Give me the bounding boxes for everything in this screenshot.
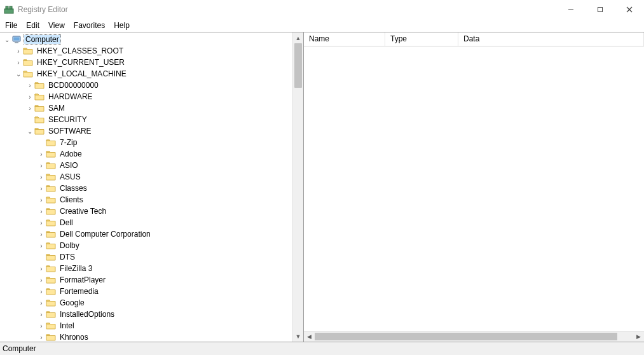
scroll-up-arrow[interactable]: ▲: [293, 32, 303, 43]
folder-icon: [46, 298, 56, 308]
tree-label: SAM: [47, 104, 66, 113]
tree-label: Fortemedia: [58, 287, 100, 296]
tree-node-bcd[interactable]: › BCD00000000: [3, 80, 303, 91]
registry-tree[interactable]: ⌄ Computer› HKEY_CLASSES_ROOT› HKEY_CURR…: [0, 32, 303, 342]
menubar: File Edit View Favorites Help: [0, 19, 644, 32]
tree-node-intel[interactable]: › Intel: [3, 320, 303, 331]
statusbar: Computer: [0, 342, 644, 355]
folder-icon: [46, 172, 56, 182]
menu-help[interactable]: Help: [114, 21, 130, 30]
tree-node-filezilla-3[interactable]: › FileZilla 3: [3, 263, 303, 274]
chevron-right-icon[interactable]: ›: [37, 277, 46, 284]
svg-rect-2: [10, 6, 12, 9]
tree-label: Dell Computer Corporation: [58, 230, 152, 239]
folder-icon: [46, 321, 56, 331]
chevron-right-icon[interactable]: ›: [25, 94, 34, 101]
menu-view[interactable]: View: [48, 21, 65, 30]
hscroll-thumb[interactable]: [315, 333, 617, 340]
tree-node-dolby[interactable]: › Dolby: [3, 240, 303, 251]
chevron-right-icon[interactable]: ›: [37, 334, 46, 341]
scroll-right-arrow[interactable]: ▶: [633, 333, 644, 340]
tree-node-asus[interactable]: › ASUS: [3, 171, 303, 183]
maximize-button[interactable]: [586, 0, 615, 19]
folder-icon: [46, 263, 56, 274]
tree-label: Dell: [58, 218, 74, 227]
svg-rect-9: [15, 42, 18, 43]
chevron-right-icon[interactable]: ›: [37, 208, 46, 215]
list-body[interactable]: [304, 46, 644, 331]
folder-icon: [46, 286, 56, 296]
tree-label: 7-Zip: [58, 138, 78, 147]
chevron-right-icon[interactable]: ›: [37, 311, 46, 318]
chevron-down-icon[interactable]: ⌄: [14, 71, 23, 78]
folder-icon: [23, 46, 33, 56]
tree-node-computer[interactable]: ⌄ Computer: [3, 34, 303, 45]
chevron-right-icon[interactable]: ›: [37, 174, 46, 181]
menu-edit[interactable]: Edit: [26, 21, 39, 30]
tree-node-clients[interactable]: › Clients: [3, 194, 303, 205]
close-button[interactable]: [615, 0, 644, 19]
tree-node-software[interactable]: ⌄ SOFTWARE: [3, 125, 303, 137]
chevron-right-icon[interactable]: ›: [37, 323, 46, 330]
menu-file[interactable]: File: [5, 21, 17, 30]
tree-node-formatplayer[interactable]: › FormatPlayer: [3, 274, 303, 286]
tree-node-khronos[interactable]: › Khronos: [3, 331, 303, 342]
scroll-down-arrow[interactable]: ▼: [293, 331, 303, 342]
chevron-right-icon[interactable]: ›: [37, 265, 46, 272]
tree-node-classes[interactable]: › Classes: [3, 183, 303, 194]
chevron-right-icon[interactable]: ›: [14, 59, 23, 66]
app-icon: [4, 4, 14, 15]
column-data[interactable]: Data: [458, 32, 644, 46]
chevron-right-icon[interactable]: ›: [25, 105, 34, 112]
tree-node-dell[interactable]: › Dell: [3, 217, 303, 228]
tree-panel: ⌄ Computer› HKEY_CLASSES_ROOT› HKEY_CURR…: [0, 32, 304, 342]
column-name[interactable]: Name: [304, 32, 385, 46]
tree-node-fortemedia[interactable]: › Fortemedia: [3, 286, 303, 297]
tree-node-google[interactable]: › Google: [3, 297, 303, 309]
chevron-down-icon[interactable]: ⌄: [25, 128, 34, 135]
tree-node-asio[interactable]: › ASIO: [3, 160, 303, 171]
tree-vertical-scrollbar[interactable]: ▲ ▼: [292, 32, 303, 342]
tree-node-sam[interactable]: › SAM: [3, 102, 303, 114]
tree-node-dts[interactable]: DTS: [3, 251, 303, 263]
list-header: Name Type Data: [304, 32, 644, 46]
folder-icon: [34, 115, 45, 125]
column-type[interactable]: Type: [385, 32, 458, 46]
minimize-button[interactable]: [556, 0, 586, 19]
tree-node-creative-tech[interactable]: › Creative Tech: [3, 205, 303, 217]
folder-icon: [46, 206, 56, 216]
chevron-right-icon[interactable]: ›: [37, 151, 46, 158]
chevron-right-icon[interactable]: ›: [25, 82, 34, 89]
tree-node-hkey-local-machine[interactable]: ⌄ HKEY_LOCAL_MACHINE: [3, 68, 303, 80]
chevron-right-icon[interactable]: ›: [37, 185, 46, 192]
tree-node-hkey-classes-root[interactable]: › HKEY_CLASSES_ROOT: [3, 45, 303, 57]
tree-node-hardware[interactable]: › HARDWARE: [3, 91, 303, 102]
list-horizontal-scrollbar[interactable]: ◀ ▶: [304, 331, 644, 342]
scroll-thumb[interactable]: [294, 43, 302, 88]
folder-icon: [23, 69, 33, 79]
chevron-right-icon[interactable]: ›: [14, 48, 23, 55]
scroll-left-arrow[interactable]: ◀: [304, 333, 315, 340]
tree-label: ASUS: [58, 172, 82, 181]
folder-icon: [46, 183, 56, 193]
folder-icon: [34, 126, 45, 136]
chevron-right-icon[interactable]: ›: [37, 162, 46, 169]
folder-icon: [34, 80, 45, 90]
tree-node-dell-computer-corporation[interactable]: › Dell Computer Corporation: [3, 228, 303, 240]
chevron-right-icon[interactable]: ›: [37, 288, 46, 295]
tree-node-adobe[interactable]: › Adobe: [3, 148, 303, 160]
menu-favorites[interactable]: Favorites: [74, 21, 105, 30]
chevron-right-icon[interactable]: ›: [37, 242, 46, 249]
chevron-right-icon[interactable]: ›: [37, 231, 46, 238]
chevron-right-icon[interactable]: ›: [37, 300, 46, 307]
chevron-right-icon[interactable]: ›: [37, 197, 46, 204]
tree-node-hkey-current-user[interactable]: › HKEY_CURRENT_USER: [3, 57, 303, 68]
folder-icon: [46, 229, 56, 239]
tree-label: FileZilla 3: [58, 264, 93, 273]
tree-node-installedoptions[interactable]: › InstalledOptions: [3, 309, 303, 320]
tree-node-7-zip[interactable]: 7-Zip: [3, 137, 303, 148]
chevron-right-icon[interactable]: ›: [37, 219, 46, 226]
chevron-down-icon[interactable]: ⌄: [3, 36, 11, 43]
tree-node-security[interactable]: SECURITY: [3, 114, 303, 125]
svg-rect-0: [4, 9, 13, 13]
